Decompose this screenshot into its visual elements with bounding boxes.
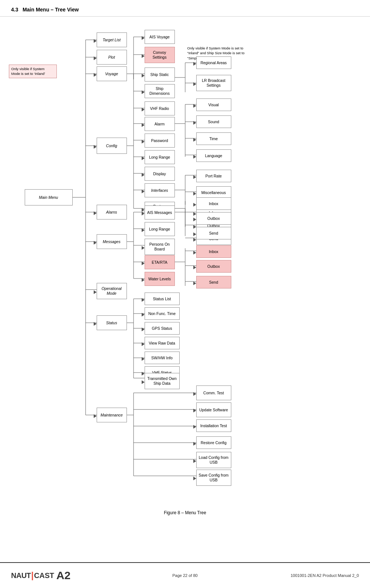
language-node: Language	[196, 149, 231, 162]
ais-voyage-node: AIS Voyage	[145, 30, 175, 44]
status-node: Status	[97, 315, 127, 330]
inbox-msg-node: Inbox	[196, 197, 231, 210]
load-config-usb-node: Load Config from USB	[196, 452, 231, 468]
regional-areas-node: Regional Areas	[196, 56, 231, 69]
ship-static-node: Ship Static	[145, 68, 175, 82]
transmitted-own-ship-node: Transmitted Own Ship Data	[145, 373, 180, 389]
footer-page-info: Page 22 of 80	[172, 573, 198, 578]
tree-diagram: Only visible if System Mode is set to ‘I…	[8, 20, 362, 507]
page-footer: NAUT | CAST A2 Page 22 of 80 1001001-2EN…	[0, 562, 370, 588]
update-software-node: Update Software	[196, 402, 231, 417]
sw-hw-info-node: SW/HW Info	[145, 352, 180, 364]
page-content: Only visible if System Mode is set to ‘I…	[0, 17, 370, 526]
vhf-radio-node: VHF Radio	[145, 101, 175, 115]
send-msg-node: Send	[196, 227, 231, 239]
maintenance-node: Maintenance	[97, 408, 127, 422]
lr-broadcast-settings-node: LR Broadcast Settings	[196, 75, 231, 91]
figure-caption: Figure 8 – Menu Tree	[7, 510, 363, 515]
time-node: Time	[196, 132, 231, 145]
messages-node: Messages	[97, 234, 127, 249]
long-range-msg-node: Long Range	[145, 222, 175, 236]
miscellaneous-node: Miscellaneous	[196, 186, 231, 199]
inbox-eta-node: Inbox	[196, 245, 231, 258]
outbox-msg-node: Outbox	[196, 212, 231, 225]
alarms-node: Alarns	[97, 205, 127, 219]
logo-naut: NAUT	[11, 571, 31, 580]
voyage-node: Voyage	[97, 66, 127, 81]
sound-node: Sound	[196, 115, 231, 128]
footer-logo: NAUT | CAST A2	[11, 569, 70, 582]
save-config-usb-node: Save Config from USB	[196, 470, 231, 486]
water-levels-node: Water Levels	[145, 272, 175, 286]
footer-doc-info: 1001001-2EN A2 Product Manual 2_0	[291, 573, 359, 578]
long-range-config-node: Long Range	[145, 150, 175, 164]
persons-on-board-node: Persons On Board	[145, 239, 175, 255]
gps-status-node: GPS Status	[145, 322, 180, 335]
alarm-node: Alarm	[145, 117, 175, 131]
logo-a2: A2	[56, 569, 70, 582]
main-menu-node: Main Menu	[25, 189, 73, 205]
port-rate-node: Port Rate	[196, 170, 231, 182]
interfaces-node: Interfaces	[145, 183, 175, 197]
section-title: Main Menu – Tree View	[23, 7, 79, 13]
password-node: Password	[145, 134, 175, 148]
eta-rta-node: ETA/RTA	[145, 255, 175, 269]
plot-node: Plot	[97, 50, 127, 65]
status-list-node: Status List	[145, 293, 180, 305]
operational-mode-node: Operational Mode	[97, 283, 127, 299]
tree-lines	[8, 20, 362, 507]
outbox-eta-node: Outbox	[196, 260, 231, 273]
visual-node: Visual	[196, 98, 231, 111]
ship-dimensions-node: Ship Dimensions	[145, 84, 175, 98]
send-eta-node: Send	[196, 276, 231, 288]
section-number: 4.3	[11, 7, 18, 13]
non-func-time-node: Non Func. Time	[145, 307, 180, 320]
ais-messages-node: AIS Messages	[145, 205, 175, 219]
convoy-settings-node: Convoy Settings	[145, 47, 175, 63]
page-header: 4.3 Main Menu – Tree View	[0, 0, 370, 17]
target-list-node: Target List	[97, 32, 127, 47]
comm-test-node: Comm. Test	[196, 385, 231, 400]
display-node: Display	[145, 167, 175, 181]
logo-cast: CAST	[34, 571, 54, 580]
callout-inland: Only visible if System Mode is set to ‘I…	[9, 65, 57, 78]
config-node: Config	[97, 138, 127, 154]
view-raw-data-node: View Raw Data	[145, 337, 180, 349]
restore-config-node: Restore Config	[196, 436, 231, 449]
logo-slash: |	[31, 570, 34, 581]
installation-test-node: Installation Test	[196, 419, 231, 432]
